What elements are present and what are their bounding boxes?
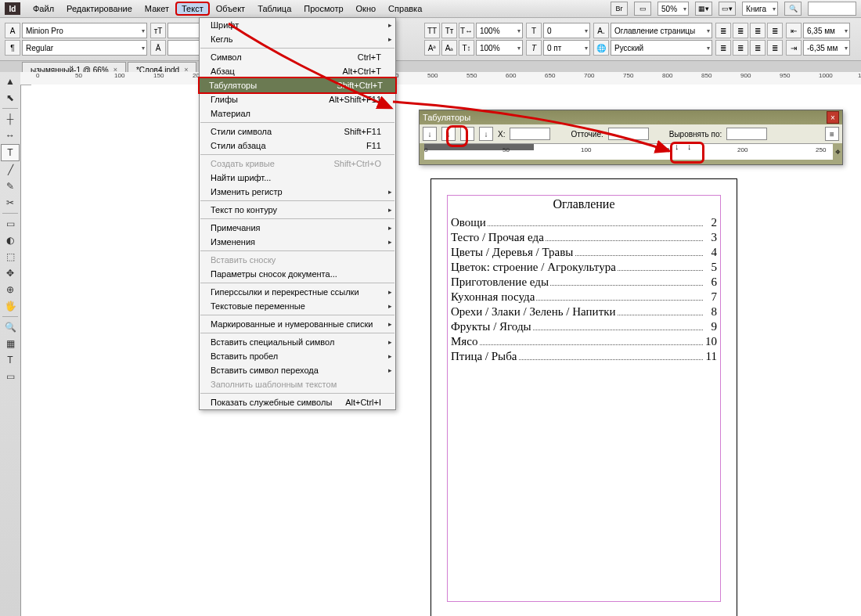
- tool-icon[interactable]: ┼: [2, 111, 19, 127]
- para-style-select[interactable]: Оглавление страницы: [611, 23, 712, 38]
- indent1-input[interactable]: 6,35 мм: [803, 23, 850, 38]
- magnet-icon[interactable]: ⌖: [835, 146, 841, 157]
- tool-icon[interactable]: ⬉: [2, 90, 19, 106]
- charstyle-icon[interactable]: A.: [593, 23, 609, 38]
- tool-icon[interactable]: 🔍: [2, 319, 19, 335]
- close-icon[interactable]: ×: [827, 111, 839, 124]
- tab-left-icon[interactable]: ↓: [423, 127, 437, 141]
- menu-item[interactable]: Гиперссылки и перекрестные ссылки: [200, 285, 395, 299]
- tool-icon[interactable]: ↔: [2, 128, 19, 143]
- screen-mode-icon[interactable]: ▭: [634, 2, 651, 16]
- align-icon[interactable]: ≣: [750, 40, 766, 56]
- language-select[interactable]: Русский: [611, 40, 712, 56]
- tab-decimal-icon[interactable]: ↓: [479, 127, 493, 141]
- menu-item[interactable]: Текст по контуру: [200, 203, 395, 217]
- align-icon[interactable]: ≣: [733, 40, 748, 56]
- align-icon[interactable]: ≣: [750, 23, 766, 38]
- menu-item-label: Найти шрифт...: [211, 173, 271, 182]
- menu-item[interactable]: Вставить пробел: [200, 349, 395, 363]
- panel-menu-icon[interactable]: ≡: [825, 127, 839, 141]
- menu-item[interactable]: Примечания: [200, 221, 395, 235]
- menu-item[interactable]: ТабуляторыShift+Ctrl+T: [198, 77, 397, 94]
- sub-icon[interactable]: Aₐ: [441, 40, 457, 56]
- align-icon[interactable]: ≣: [767, 40, 783, 56]
- search-icon[interactable]: 🔍: [784, 2, 802, 16]
- font-family-select[interactable]: Minion Pro: [22, 23, 147, 38]
- leader-input[interactable]: [608, 128, 649, 140]
- x-input[interactable]: [510, 128, 550, 140]
- menu-таблица[interactable]: Таблица: [251, 2, 297, 16]
- para-format-icon[interactable]: ¶: [5, 40, 20, 56]
- track-select[interactable]: 0 пт: [543, 40, 590, 56]
- kern-select[interactable]: 0: [543, 23, 590, 38]
- smallcaps-icon[interactable]: Tт: [441, 23, 457, 38]
- menu-item[interactable]: Вставить специальный символ: [200, 335, 395, 349]
- toc-entry: Фрукты / Ягоды: [451, 320, 533, 333]
- tool-icon[interactable]: ◐: [2, 232, 19, 248]
- view-icon[interactable]: ▦▾: [695, 2, 712, 16]
- menu-справка[interactable]: Справка: [382, 2, 428, 16]
- menu-текст[interactable]: Текст: [175, 2, 210, 16]
- menu-item[interactable]: ГлифыAlt+Shift+F11: [200, 92, 395, 106]
- vscale-select[interactable]: 100%: [476, 40, 523, 56]
- menu-item[interactable]: Маркированные и нумерованные списки: [200, 317, 395, 331]
- toc-line: Орехи / Злаки / Зелень / Напитки8: [448, 305, 720, 320]
- tool-icon[interactable]: ▲: [2, 74, 19, 89]
- menu-объект[interactable]: Объект: [210, 2, 251, 16]
- menu-item[interactable]: Шрифт: [200, 18, 395, 32]
- tool-icon[interactable]: T: [1, 144, 20, 161]
- align-icon[interactable]: ≣: [715, 23, 731, 38]
- tool-icon[interactable]: ▭: [2, 216, 19, 232]
- tool-icon[interactable]: ▦: [2, 336, 19, 351]
- tool-icon[interactable]: ⊕: [2, 282, 19, 297]
- menu-просмотр[interactable]: Просмотр: [297, 2, 349, 16]
- align-input[interactable]: [726, 128, 767, 140]
- caps-icon[interactable]: TT: [424, 23, 440, 38]
- tool-icon[interactable]: T: [2, 352, 19, 368]
- char-format-icon[interactable]: A: [5, 23, 20, 38]
- menu-макет[interactable]: Макет: [139, 2, 175, 16]
- tabs-ruler[interactable]: 050100150200250↓↓: [424, 143, 833, 160]
- menu-item[interactable]: Вставить символ перехода: [200, 363, 395, 377]
- menu-item[interactable]: Стили символаShift+F11: [200, 124, 395, 139]
- menu-файл[interactable]: Файл: [27, 2, 60, 16]
- hscale-select[interactable]: 100%: [476, 23, 523, 38]
- menu-item[interactable]: Найти шрифт...: [200, 171, 395, 185]
- align-icon[interactable]: ≣: [733, 23, 748, 38]
- workspace-select[interactable]: Книга: [742, 2, 778, 16]
- menu-окно[interactable]: Окно: [350, 2, 383, 16]
- align-icon[interactable]: ≣: [767, 23, 783, 38]
- arrange-icon[interactable]: ▭▾: [719, 2, 736, 16]
- tool-icon[interactable]: ╱: [2, 162, 19, 178]
- super-icon[interactable]: Aᵃ: [424, 40, 440, 56]
- menu-item[interactable]: Показать служебные символыAlt+Ctrl+I: [200, 395, 395, 409]
- tool-icon[interactable]: ▭: [2, 369, 19, 384]
- menu-item[interactable]: Изменить регистр: [200, 185, 395, 199]
- tabs-panel-titlebar[interactable]: Табуляторы ×: [420, 110, 842, 124]
- menu-редактирование[interactable]: Редактирование: [60, 2, 139, 16]
- tool-icon[interactable]: ⬚: [2, 249, 19, 265]
- menu-item[interactable]: Стили абзацаF11: [200, 139, 395, 153]
- font-style-select[interactable]: Regular: [22, 40, 147, 56]
- bridge-icon[interactable]: Br: [611, 2, 628, 16]
- tool-icon[interactable]: 🖐: [2, 298, 19, 314]
- zoom-select[interactable]: 50%: [657, 2, 689, 16]
- tool-icon[interactable]: ✥: [2, 265, 19, 281]
- tool-icon[interactable]: ✂: [2, 195, 19, 211]
- menu-item[interactable]: Материал: [200, 106, 395, 121]
- toc-page: 9: [710, 320, 718, 333]
- menu-item[interactable]: Параметры сносок документа...: [200, 267, 395, 281]
- toc-line: Фрукты / Ягоды9: [448, 320, 720, 335]
- tabs-panel[interactable]: Табуляторы × ↓ ↓ ↓ ↓ X: Отточие: Выровня…: [419, 110, 843, 165]
- indent2-input[interactable]: -6,35 мм: [803, 40, 850, 56]
- menu-item-label: Материал: [211, 109, 250, 118]
- menu-item[interactable]: Кегль: [200, 32, 395, 46]
- menu-item[interactable]: Изменения: [200, 235, 395, 249]
- text-frame[interactable]: Оглавление Овощи2Тесто / Прочая еда3Цвет…: [448, 194, 720, 374]
- menu-item[interactable]: СимволCtrl+T: [200, 50, 395, 64]
- menu-item[interactable]: Текстовые переменные: [200, 299, 395, 313]
- tool-icon[interactable]: ✎: [2, 178, 19, 194]
- align-icon[interactable]: ≣: [715, 40, 731, 56]
- search-input[interactable]: [808, 2, 856, 16]
- toc-entry: Тесто / Прочая еда: [451, 231, 546, 244]
